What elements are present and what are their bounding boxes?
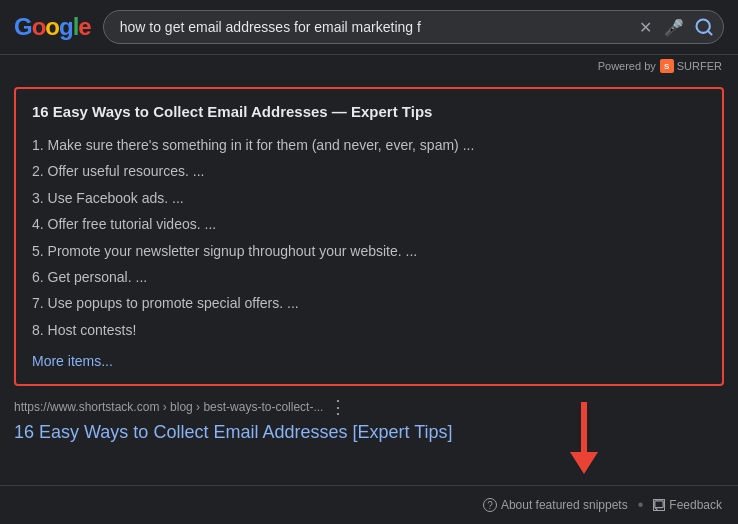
arrow-stem: [581, 402, 587, 452]
search-input[interactable]: [103, 10, 724, 44]
powered-by-bar: Powered by S SURFER: [0, 55, 738, 77]
list-item: 3. Use Facebook ads. ...: [32, 185, 706, 211]
list-item: 4. Offer free tutorial videos. ...: [32, 211, 706, 237]
more-items-link[interactable]: More items...: [32, 353, 113, 369]
question-icon: ?: [483, 498, 497, 512]
arrow-head: [570, 452, 598, 474]
list-item: 1. Make sure there's something in it for…: [32, 132, 706, 158]
feedback-icon: [653, 499, 665, 511]
voice-search-icon[interactable]: 🎤: [662, 16, 686, 39]
google-logo: Google: [14, 13, 91, 41]
featured-snippet-box: 16 Easy Ways to Collect Email Addresses …: [14, 87, 724, 386]
feedback-button[interactable]: Feedback: [653, 498, 722, 512]
list-item: 5. Promote your newsletter signup throug…: [32, 238, 706, 264]
list-item: 8. Host contests!: [32, 317, 706, 343]
svg-line-1: [708, 31, 712, 35]
surfer-badge: S SURFER: [660, 59, 722, 73]
source-url: https://www.shortstack.com › blog › best…: [14, 396, 724, 418]
result-link[interactable]: 16 Easy Ways to Collect Email Addresses …: [14, 422, 724, 443]
list-item: 6. Get personal. ...: [32, 264, 706, 290]
dot-separator: •: [638, 496, 644, 514]
surfer-brand: SURFER: [677, 60, 722, 72]
arrow-indicator: [570, 402, 598, 474]
search-icons: ✕ 🎤: [637, 16, 714, 39]
snippet-list: 1. Make sure there's something in it for…: [32, 132, 706, 343]
svg-rect-2: [655, 501, 663, 508]
powered-by-label: Powered by: [598, 60, 656, 72]
search-button[interactable]: [694, 17, 714, 37]
about-featured-snippets[interactable]: ? About featured snippets: [483, 498, 628, 512]
bottom-bar: ? About featured snippets • Feedback: [0, 485, 738, 524]
source-url-text: https://www.shortstack.com › blog › best…: [14, 400, 323, 414]
search-bar: ✕ 🎤: [103, 10, 724, 44]
header: Google ✕ 🎤: [0, 0, 738, 55]
snippet-title: 16 Easy Ways to Collect Email Addresses …: [32, 103, 706, 120]
list-item: 7. Use popups to promote special offers.…: [32, 290, 706, 316]
about-snippets-label: About featured snippets: [501, 498, 628, 512]
surfer-icon: S: [660, 59, 674, 73]
feedback-label: Feedback: [669, 498, 722, 512]
list-item: 2. Offer useful resources. ...: [32, 158, 706, 184]
more-options-icon[interactable]: ⋮: [329, 396, 347, 418]
clear-icon[interactable]: ✕: [637, 16, 654, 39]
